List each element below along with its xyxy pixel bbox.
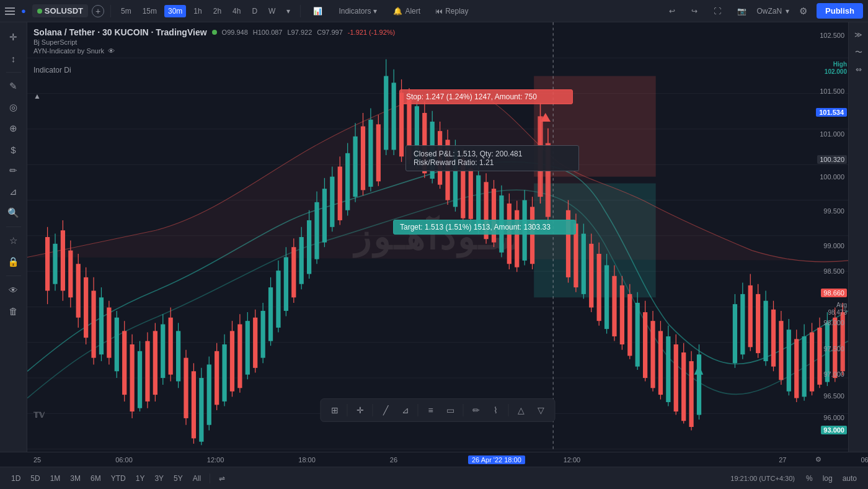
rs-expand[interactable]: ≫ [851,27,866,42]
ohlc-close: C97.997 [317,29,343,36]
screenshot-button[interactable]: 📷 [731,4,753,18]
add-symbol-button[interactable]: + [92,5,104,17]
left-toolbar: ✛ ↕ ✎ ◎ ⊕ $ ✏ ⊿ 🔍 ☆ 🔒 👁 🗑 [0,22,27,452]
logo: ● [21,6,26,16]
symbol-info-row: Solana / Tether · 30 KUCOIN · TradingVie… [33,27,395,37]
rs-wave[interactable]: 〜 [851,45,866,60]
rs-expand2[interactable]: ⇔ [851,62,866,77]
chart-header: Solana / Tether · 30 KUCOIN · TradingVie… [33,27,395,55]
indicator-eye-icon[interactable]: 👁 [108,47,115,55]
dt-lines[interactable]: ≡ [422,402,440,419]
tf-w[interactable]: W [265,5,279,17]
publish-button[interactable]: Publish [817,3,863,19]
period-6m[interactable]: 6M [87,472,105,485]
symbol-dot [37,9,42,14]
dt-grid[interactable]: ⊞ [326,402,343,419]
fib-tool[interactable]: ⊕ [4,119,24,138]
time-26: 26 [390,456,397,464]
move-tool[interactable]: ↕ [4,48,24,68]
period-3m[interactable]: 3M [66,472,84,485]
main-layout: ✛ ↕ ✎ ◎ ⊕ $ ✏ ⊿ 🔍 ☆ 🔒 👁 🗑 Solana / Tethe… [0,22,868,452]
lock-tool[interactable]: 🔒 [4,252,24,272]
period-sep [210,473,210,483]
collapse-button[interactable]: ▲ [33,92,41,101]
percent-btn[interactable]: % [802,472,817,485]
alert-icon: 🔔 [393,7,402,16]
time-27: 27 [779,456,786,464]
live-dot [212,30,217,35]
settings-button[interactable]: ⚙ [793,1,813,21]
text-tool[interactable]: $ [4,140,24,159]
eye-tool[interactable]: 👁 [4,280,24,300]
undo-icon: ↩ [669,7,675,16]
trash-tool[interactable]: 🗑 [4,301,24,321]
dt-arrow-up[interactable]: △ [513,402,530,419]
current-time-label: 26 Apr '22 18:00 [468,455,525,464]
redo-button[interactable]: ↪ [685,4,704,18]
target-label: Target: 1.513 (1.51%) 1513, Amount: 1303… [400,223,551,231]
period-5y[interactable]: 5Y [170,472,187,485]
tf-more[interactable]: ▾ [283,5,294,17]
period-1d[interactable]: 1D [7,472,24,485]
alert-button[interactable]: 🔔 Alert [387,4,427,18]
period-1m[interactable]: 1M [46,472,64,485]
chart-area[interactable]: Solana / Tether · 30 KUCOIN · TradingVie… [27,22,848,452]
dt-line[interactable]: ╱ [377,402,394,419]
period-3y[interactable]: 3Y [151,472,167,485]
candle-icon: 📊 [313,7,322,16]
tf-4h[interactable]: 4h [229,5,244,17]
star-tool[interactable]: ☆ [4,231,24,251]
dt-ray[interactable]: ⊿ [397,402,414,419]
pencil-tool[interactable]: ✏ [4,161,24,181]
indicators-button[interactable]: Indicators ▾ [332,4,383,18]
indicators-caret: ▾ [373,7,377,16]
time-25: 25 [33,456,41,464]
dt-sep-3 [418,404,418,416]
stop-label: Stop: 1.247 (1.24%) 1247, Amount: 750 [406,92,537,101]
ohlc-change: -1.921 (-1.92%) [348,29,395,36]
chart-type-button[interactable]: 📊 [307,4,329,18]
tf-d[interactable]: D [248,5,261,17]
compare-btn[interactable]: ⇌ [215,472,229,485]
circle-tool[interactable]: ◎ [4,97,24,117]
tf-30m[interactable]: 30m [164,5,186,17]
tf-1h[interactable]: 1h [190,5,205,17]
symbol-selector[interactable]: SOLUSDT [32,4,88,17]
right-sidebar: ≫ 〜 ⇔ [848,22,868,452]
crosshair-tool[interactable]: ✛ [4,27,24,47]
settings-gear[interactable]: ⚙ [815,455,822,464]
period-1y[interactable]: 1Y [132,472,149,485]
tf-5m[interactable]: 5m [117,5,135,17]
auto-btn[interactable]: auto [839,472,861,485]
dt-cross[interactable]: ✛ [352,402,369,419]
fullscreen-button[interactable]: ⛶ [707,4,727,18]
user-area[interactable]: OwZaN ▾ [756,7,789,16]
dt-arrow-down[interactable]: ▽ [533,402,550,419]
time-1800-1: 18:00 [298,456,316,464]
draw-tool[interactable]: ✎ [4,76,24,96]
zoom-tool[interactable]: 🔍 [4,203,24,223]
period-ytd[interactable]: YTD [107,472,130,485]
ohlc-open: O99.948 [222,29,248,36]
lt-sep-3 [6,276,21,276]
time-1200-1: 12:00 [207,456,224,464]
chart-svg [27,22,848,452]
tradingview-logo: 𝕋𝕍 [33,411,45,419]
settings-icon: ⚙ [799,6,807,17]
replay-button[interactable]: ⏮ Replay [430,4,473,18]
dt-path[interactable]: ⌇ [487,402,505,419]
tf-2h[interactable]: 2h [210,5,225,17]
pattern-tool[interactable]: ⊿ [4,182,24,202]
bottom-toolbar: 1D 5D 1M 3M 6M YTD 1Y 3Y 5Y All ⇌ 19:21:… [0,467,868,489]
user-label: OwZaN [756,7,782,16]
undo-button[interactable]: ↩ [663,4,681,18]
tf-15m[interactable]: 15m [139,5,161,17]
log-btn[interactable]: log [819,472,836,485]
period-all[interactable]: All [189,472,205,485]
user-caret: ▾ [786,7,789,16]
lt-sep-2 [6,227,21,227]
dt-pencil[interactable]: ✏ [467,402,485,419]
period-5d[interactable]: 5D [27,472,43,485]
menu-icon[interactable] [5,5,17,17]
dt-rect[interactable]: ▭ [442,402,459,419]
